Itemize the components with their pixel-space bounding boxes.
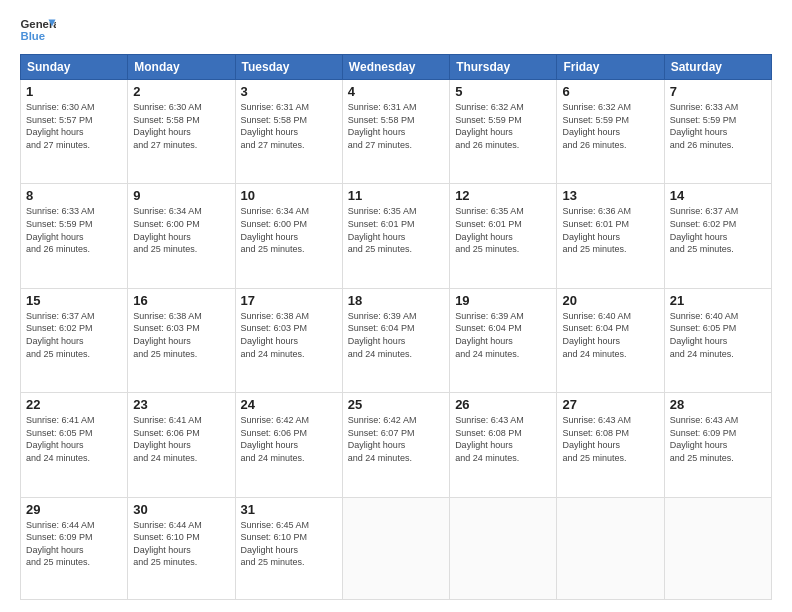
calendar-cell: 5 Sunrise: 6:32 AM Sunset: 5:59 PM Dayli… xyxy=(450,80,557,184)
day-number: 25 xyxy=(348,397,444,412)
day-info: Sunrise: 6:42 AM Sunset: 6:07 PM Dayligh… xyxy=(348,414,444,464)
calendar-cell: 1 Sunrise: 6:30 AM Sunset: 5:57 PM Dayli… xyxy=(21,80,128,184)
logo-icon: General Blue xyxy=(20,16,56,44)
day-number: 13 xyxy=(562,188,658,203)
day-info: Sunrise: 6:30 AM Sunset: 5:58 PM Dayligh… xyxy=(133,101,229,151)
day-number: 19 xyxy=(455,293,551,308)
calendar-cell: 7 Sunrise: 6:33 AM Sunset: 5:59 PM Dayli… xyxy=(664,80,771,184)
day-info: Sunrise: 6:44 AM Sunset: 6:10 PM Dayligh… xyxy=(133,519,229,569)
calendar-cell: 15 Sunrise: 6:37 AM Sunset: 6:02 PM Dayl… xyxy=(21,288,128,392)
calendar-cell: 12 Sunrise: 6:35 AM Sunset: 6:01 PM Dayl… xyxy=(450,184,557,288)
calendar-cell: 31 Sunrise: 6:45 AM Sunset: 6:10 PM Dayl… xyxy=(235,497,342,599)
calendar-cell: 13 Sunrise: 6:36 AM Sunset: 6:01 PM Dayl… xyxy=(557,184,664,288)
day-number: 5 xyxy=(455,84,551,99)
calendar-cell: 18 Sunrise: 6:39 AM Sunset: 6:04 PM Dayl… xyxy=(342,288,449,392)
calendar-cell: 2 Sunrise: 6:30 AM Sunset: 5:58 PM Dayli… xyxy=(128,80,235,184)
weekday-thursday: Thursday xyxy=(450,55,557,80)
day-info: Sunrise: 6:43 AM Sunset: 6:09 PM Dayligh… xyxy=(670,414,766,464)
calendar-cell: 10 Sunrise: 6:34 AM Sunset: 6:00 PM Dayl… xyxy=(235,184,342,288)
calendar-cell: 21 Sunrise: 6:40 AM Sunset: 6:05 PM Dayl… xyxy=(664,288,771,392)
weekday-friday: Friday xyxy=(557,55,664,80)
day-number: 9 xyxy=(133,188,229,203)
day-info: Sunrise: 6:41 AM Sunset: 6:05 PM Dayligh… xyxy=(26,414,122,464)
calendar-cell: 14 Sunrise: 6:37 AM Sunset: 6:02 PM Dayl… xyxy=(664,184,771,288)
day-number: 28 xyxy=(670,397,766,412)
logo: General Blue xyxy=(20,16,56,44)
day-info: Sunrise: 6:38 AM Sunset: 6:03 PM Dayligh… xyxy=(133,310,229,360)
calendar-cell: 3 Sunrise: 6:31 AM Sunset: 5:58 PM Dayli… xyxy=(235,80,342,184)
day-number: 15 xyxy=(26,293,122,308)
day-info: Sunrise: 6:31 AM Sunset: 5:58 PM Dayligh… xyxy=(348,101,444,151)
day-info: Sunrise: 6:32 AM Sunset: 5:59 PM Dayligh… xyxy=(562,101,658,151)
day-number: 2 xyxy=(133,84,229,99)
calendar-cell xyxy=(557,497,664,599)
day-number: 30 xyxy=(133,502,229,517)
page: General Blue SundayMondayTuesdayWednesda… xyxy=(0,0,792,612)
day-number: 29 xyxy=(26,502,122,517)
day-info: Sunrise: 6:32 AM Sunset: 5:59 PM Dayligh… xyxy=(455,101,551,151)
day-number: 7 xyxy=(670,84,766,99)
calendar-cell xyxy=(342,497,449,599)
day-number: 18 xyxy=(348,293,444,308)
day-number: 23 xyxy=(133,397,229,412)
day-number: 6 xyxy=(562,84,658,99)
day-info: Sunrise: 6:43 AM Sunset: 6:08 PM Dayligh… xyxy=(455,414,551,464)
day-info: Sunrise: 6:41 AM Sunset: 6:06 PM Dayligh… xyxy=(133,414,229,464)
calendar-cell: 16 Sunrise: 6:38 AM Sunset: 6:03 PM Dayl… xyxy=(128,288,235,392)
calendar-cell: 28 Sunrise: 6:43 AM Sunset: 6:09 PM Dayl… xyxy=(664,393,771,497)
calendar-cell: 27 Sunrise: 6:43 AM Sunset: 6:08 PM Dayl… xyxy=(557,393,664,497)
day-number: 11 xyxy=(348,188,444,203)
day-number: 31 xyxy=(241,502,337,517)
day-number: 27 xyxy=(562,397,658,412)
week-row-1: 1 Sunrise: 6:30 AM Sunset: 5:57 PM Dayli… xyxy=(21,80,772,184)
calendar-cell: 24 Sunrise: 6:42 AM Sunset: 6:06 PM Dayl… xyxy=(235,393,342,497)
day-info: Sunrise: 6:35 AM Sunset: 6:01 PM Dayligh… xyxy=(455,205,551,255)
day-info: Sunrise: 6:42 AM Sunset: 6:06 PM Dayligh… xyxy=(241,414,337,464)
calendar-cell: 26 Sunrise: 6:43 AM Sunset: 6:08 PM Dayl… xyxy=(450,393,557,497)
day-number: 8 xyxy=(26,188,122,203)
weekday-monday: Monday xyxy=(128,55,235,80)
day-info: Sunrise: 6:38 AM Sunset: 6:03 PM Dayligh… xyxy=(241,310,337,360)
day-number: 17 xyxy=(241,293,337,308)
calendar-cell xyxy=(664,497,771,599)
day-number: 10 xyxy=(241,188,337,203)
day-number: 16 xyxy=(133,293,229,308)
calendar-cell: 17 Sunrise: 6:38 AM Sunset: 6:03 PM Dayl… xyxy=(235,288,342,392)
calendar-cell: 25 Sunrise: 6:42 AM Sunset: 6:07 PM Dayl… xyxy=(342,393,449,497)
day-info: Sunrise: 6:37 AM Sunset: 6:02 PM Dayligh… xyxy=(670,205,766,255)
day-number: 12 xyxy=(455,188,551,203)
day-info: Sunrise: 6:44 AM Sunset: 6:09 PM Dayligh… xyxy=(26,519,122,569)
calendar-cell: 9 Sunrise: 6:34 AM Sunset: 6:00 PM Dayli… xyxy=(128,184,235,288)
day-number: 26 xyxy=(455,397,551,412)
week-row-2: 8 Sunrise: 6:33 AM Sunset: 5:59 PM Dayli… xyxy=(21,184,772,288)
calendar-cell: 29 Sunrise: 6:44 AM Sunset: 6:09 PM Dayl… xyxy=(21,497,128,599)
header: General Blue xyxy=(20,16,772,44)
day-number: 22 xyxy=(26,397,122,412)
svg-text:Blue: Blue xyxy=(21,30,46,42)
weekday-header-row: SundayMondayTuesdayWednesdayThursdayFrid… xyxy=(21,55,772,80)
day-info: Sunrise: 6:34 AM Sunset: 6:00 PM Dayligh… xyxy=(241,205,337,255)
week-row-5: 29 Sunrise: 6:44 AM Sunset: 6:09 PM Dayl… xyxy=(21,497,772,599)
day-info: Sunrise: 6:45 AM Sunset: 6:10 PM Dayligh… xyxy=(241,519,337,569)
day-info: Sunrise: 6:30 AM Sunset: 5:57 PM Dayligh… xyxy=(26,101,122,151)
weekday-saturday: Saturday xyxy=(664,55,771,80)
calendar-cell: 4 Sunrise: 6:31 AM Sunset: 5:58 PM Dayli… xyxy=(342,80,449,184)
weekday-tuesday: Tuesday xyxy=(235,55,342,80)
day-info: Sunrise: 6:35 AM Sunset: 6:01 PM Dayligh… xyxy=(348,205,444,255)
day-number: 3 xyxy=(241,84,337,99)
week-row-3: 15 Sunrise: 6:37 AM Sunset: 6:02 PM Dayl… xyxy=(21,288,772,392)
calendar-cell xyxy=(450,497,557,599)
day-number: 21 xyxy=(670,293,766,308)
day-info: Sunrise: 6:33 AM Sunset: 5:59 PM Dayligh… xyxy=(670,101,766,151)
calendar-cell: 19 Sunrise: 6:39 AM Sunset: 6:04 PM Dayl… xyxy=(450,288,557,392)
calendar-cell: 30 Sunrise: 6:44 AM Sunset: 6:10 PM Dayl… xyxy=(128,497,235,599)
calendar-cell: 8 Sunrise: 6:33 AM Sunset: 5:59 PM Dayli… xyxy=(21,184,128,288)
day-number: 4 xyxy=(348,84,444,99)
day-info: Sunrise: 6:39 AM Sunset: 6:04 PM Dayligh… xyxy=(455,310,551,360)
day-info: Sunrise: 6:40 AM Sunset: 6:04 PM Dayligh… xyxy=(562,310,658,360)
day-number: 1 xyxy=(26,84,122,99)
day-number: 14 xyxy=(670,188,766,203)
day-info: Sunrise: 6:33 AM Sunset: 5:59 PM Dayligh… xyxy=(26,205,122,255)
week-row-4: 22 Sunrise: 6:41 AM Sunset: 6:05 PM Dayl… xyxy=(21,393,772,497)
day-number: 24 xyxy=(241,397,337,412)
